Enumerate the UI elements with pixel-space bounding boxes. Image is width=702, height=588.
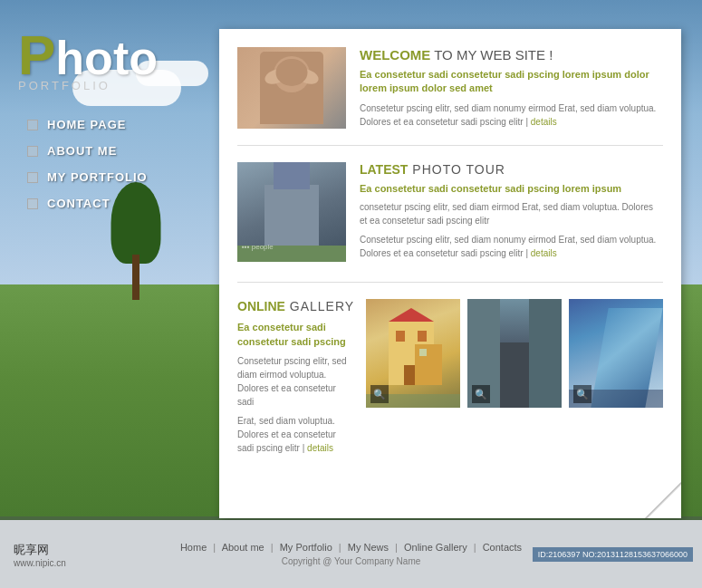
gallery-thumb-2: 🔍 [467,299,562,408]
logo-title: Photo [18,27,158,83]
gallery-highlight: ONLINE [237,299,285,313]
latest-details-link[interactable]: details [531,248,557,258]
gallery-normal: GALLERY [285,299,354,313]
gallery-thumb-3: 🔍 [569,299,663,408]
nav-checkbox-contact [27,198,38,209]
gallery-body1: Consetetur pscing elitr, sed diam eirmod… [237,354,355,409]
gallery-section: ONLINE GALLERY Ea consetetur sadi conset… [237,299,663,460]
nav-checkbox-portfolio [27,172,38,183]
logo-area: Photo PORTFOLIO [18,27,158,92]
nav-item-about[interactable]: ABOUT ME [27,144,148,158]
welcome-section: WELCOME TO MY WEB SITE ! Ea consetetur s… [237,47,663,146]
nav-item-contact[interactable]: CONTACT [27,197,148,210]
footer-link-gallery[interactable]: Online Gallery [404,542,467,553]
latest-body2: Consetetur pscing elitr, sed diam nonumy… [360,233,663,260]
latest-text: LATEST PHOTO TOUR Ea consetetur sadi con… [360,162,663,265]
nav-checkbox-home [27,120,38,130]
footer-logo-text: 昵享网 [14,541,66,557]
welcome-details-link[interactable]: details [531,117,557,127]
gallery-body2: Erat, sed diam voluptua. Dolores et ea c… [237,414,355,455]
footer-link-home[interactable]: Home [180,542,207,553]
gallery-zoom-2[interactable]: 🔍 [472,385,490,403]
gallery-zoom-3[interactable]: 🔍 [573,385,591,403]
gallery-thumb-1: 🔍 [366,299,460,408]
footer-link-contacts[interactable]: Contacts [483,542,522,553]
latest-highlight: LATEST [360,162,408,177]
main-content: WELCOME TO MY WEB SITE ! Ea consetetur s… [219,29,681,518]
gallery-heading: ONLINE GALLERY [237,299,355,313]
welcome-normal: TO MY WEB SITE ! [430,47,553,63]
footer-id: ID:2106397 NO:20131128153637066000 [533,547,693,562]
nav-label-about: ABOUT ME [47,144,117,158]
welcome-body: Consetetur pscing elitr, sed diam nonumy… [360,101,663,129]
nav-label-contact: CONTACT [47,197,111,210]
footer-link-portfolio[interactable]: My Portfolio [280,542,332,553]
latest-image: ▪▪▪ people [237,162,346,262]
latest-subtitle: Ea consetetur sadi consetetur sadi pscin… [360,182,663,196]
latest-body1: consetetur pscing elitr, sed diam eirmod… [360,200,663,227]
latest-normal: PHOTO TOUR [408,162,505,177]
footer-copyright: Copyright @ Your Company Name [282,556,421,566]
footer-link-news[interactable]: My News [348,542,389,553]
gallery-details-link[interactable]: details [307,443,333,453]
footer-link-about[interactable]: About me [222,542,264,553]
gallery-images: 🔍 🔍 [366,299,663,460]
gallery-text: ONLINE GALLERY Ea consetetur sadi conset… [237,299,355,460]
gallery-zoom-1[interactable]: 🔍 [370,385,389,403]
latest-section: ▪▪▪ people LATEST PHOTO TOUR Ea consetet… [237,162,663,283]
footer-logo: 昵享网 www.nipic.cn [14,541,66,567]
nav-item-home[interactable]: HOME PAGE [27,118,148,131]
welcome-highlight: WELCOME [360,47,430,63]
footer-logo-url: www.nipic.cn [14,557,66,567]
logo-p: P [18,24,55,86]
footer: 昵享网 www.nipic.cn Home | About me | My Po… [0,520,702,588]
latest-heading: LATEST PHOTO TOUR [360,162,663,177]
nav-label-home: HOME PAGE [47,118,127,131]
gallery-subtitle: Ea consetetur sadi consetetur sadi pscin… [237,321,355,349]
welcome-image [237,47,346,129]
welcome-text: WELCOME TO MY WEB SITE ! Ea consetetur s… [360,47,663,129]
navigation: HOME PAGE ABOUT ME MY PORTFOLIO CONTACT [27,118,148,223]
welcome-subtitle: Ea consetetur sadi consetetur sadi pscin… [360,68,663,96]
nav-checkbox-about [27,146,38,157]
nav-label-portfolio: MY PORTFOLIO [47,170,148,184]
welcome-heading: WELCOME TO MY WEB SITE ! [360,47,663,63]
nav-item-portfolio[interactable]: MY PORTFOLIO [27,170,148,184]
page-curl [645,482,681,518]
footer-links: Home | About me | My Portfolio | My News… [180,542,522,553]
